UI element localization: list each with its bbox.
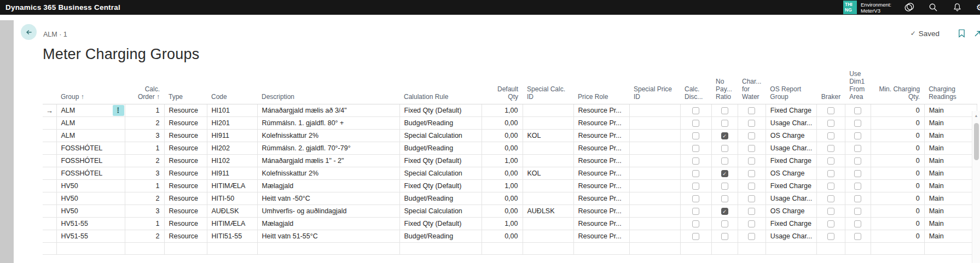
cell-type[interactable]: Resource	[164, 205, 207, 218]
cell-group[interactable]: FOSSHÓTEL	[56, 142, 125, 155]
cell-calc-order[interactable]: 2	[125, 230, 164, 243]
cell-special-calc-id[interactable]	[523, 104, 573, 117]
back-button[interactable]	[21, 24, 37, 40]
no-pay-ratio-checkbox[interactable]	[721, 145, 728, 152]
calc-disc-checkbox[interactable]	[692, 220, 699, 227]
cell-selector[interactable]	[43, 205, 56, 218]
column-header-calculation-rule[interactable]: Calulation Rule	[399, 70, 482, 104]
cell-calculation-rule[interactable]: Budget/Reading	[399, 142, 482, 155]
calc-disc-checkbox[interactable]	[692, 233, 699, 240]
use-dim1-from-area-checkbox[interactable]	[854, 107, 861, 114]
cell-description[interactable]: Mánaðargjald mælis að 3/4"	[257, 104, 399, 117]
cell-os-report-group[interactable]: OS Charge	[766, 130, 816, 142]
cell-default-qty[interactable]: 0,00	[482, 130, 523, 142]
cell-code[interactable]: HITIMÆLA	[207, 218, 257, 230]
cell-min-charging-qty[interactable]: 0	[871, 104, 924, 117]
braker-checkbox[interactable]	[827, 170, 834, 177]
cell-special-price-id[interactable]	[629, 167, 680, 180]
cell-special-calc-id[interactable]: KOL	[523, 167, 573, 180]
cell-os-report-group[interactable]: Usage Char...	[766, 142, 816, 155]
char-for-water-checkbox[interactable]	[748, 183, 755, 190]
cell-price-role[interactable]: Resource Pr...	[573, 167, 629, 180]
cell-group[interactable]: ALM	[56, 117, 125, 130]
calc-disc-checkbox[interactable]	[692, 183, 699, 190]
cell-calculation-rule[interactable]: Special Calculation	[399, 130, 482, 142]
cell-os-report-group[interactable]: Fixed Charge	[766, 218, 816, 230]
cell-charging-readings[interactable]: Main	[924, 142, 977, 155]
no-pay-ratio-checkbox[interactable]: ✓	[721, 170, 728, 177]
cell-charging-readings[interactable]: Main	[924, 155, 977, 167]
cell-calc-order[interactable]: 1	[125, 142, 164, 155]
cell-type[interactable]: Resource	[164, 230, 207, 243]
cell-selector[interactable]	[43, 155, 56, 167]
cell-description[interactable]: Mælagjald	[257, 180, 399, 192]
no-pay-ratio-checkbox[interactable]	[721, 107, 728, 114]
cell-default-qty[interactable]: 0,00	[482, 192, 523, 205]
cell-charging-readings[interactable]: Main	[924, 167, 977, 180]
cell-special-calc-id[interactable]	[523, 180, 573, 192]
cell-group[interactable]: FOSSHÓTEL	[56, 155, 125, 167]
cell-charging-readings[interactable]: Main	[924, 230, 977, 243]
braker-checkbox[interactable]	[827, 208, 834, 215]
cell-calc-order[interactable]: 2	[125, 155, 164, 167]
cell-code[interactable]: HI911	[207, 167, 257, 180]
column-header-no-pay-ratio[interactable]: No Pay... Ratio	[711, 70, 738, 104]
column-header-use-dim1-from-area[interactable]: Use Dim1 From Area	[845, 70, 871, 104]
column-header-min-charging-qty[interactable]: Min. Charging Qty.	[871, 70, 924, 104]
char-for-water-checkbox[interactable]	[748, 170, 755, 177]
cell-os-report-group[interactable]: Fixed Charge	[766, 104, 816, 117]
cell-code[interactable]: HI911	[207, 130, 257, 142]
cell-default-qty[interactable]: 1,00	[482, 180, 523, 192]
cell-price-role[interactable]: Resource Pr...	[573, 205, 629, 218]
char-for-water-checkbox[interactable]	[748, 120, 755, 127]
cell-os-report-group[interactable]: OS Charge	[766, 167, 816, 180]
cell-selector[interactable]	[43, 142, 56, 155]
cell-code[interactable]: HI201	[207, 117, 257, 130]
cell-calc-order[interactable]: 1	[125, 104, 164, 117]
cell-description[interactable]: Umhverfis- og auðlindagjald	[257, 205, 399, 218]
settings-gear-icon[interactable]: ⚙	[975, 2, 980, 13]
column-header-special-price-id[interactable]: Special Price ID	[629, 70, 680, 104]
cell-calc-order[interactable]: 3	[125, 205, 164, 218]
cell-default-qty[interactable]: 1,00	[482, 104, 523, 117]
column-header-description[interactable]: Description	[257, 70, 399, 104]
notifications-bell-icon[interactable]	[952, 2, 962, 13]
breadcrumb[interactable]: ALM · 1	[43, 31, 67, 38]
cell-group[interactable]: HV51-55	[56, 218, 125, 230]
scrollbar-up-arrow-icon[interactable]: ▲	[972, 111, 980, 118]
braker-checkbox[interactable]	[827, 120, 834, 127]
column-header-special-calc-id[interactable]: Special Calc. ID	[523, 70, 573, 104]
no-pay-ratio-checkbox[interactable]	[721, 157, 728, 165]
column-header-default-qty[interactable]: Default Qty	[482, 70, 523, 104]
column-header-charging-readings[interactable]: Charging Readings	[924, 70, 977, 104]
cell-selector[interactable]	[43, 117, 56, 130]
search-icon[interactable]	[927, 2, 938, 13]
app-title[interactable]: Dynamics 365 Business Central	[0, 3, 120, 11]
no-pay-ratio-checkbox[interactable]	[721, 233, 728, 240]
cell-special-calc-id[interactable]	[523, 218, 573, 230]
cell-calc-order[interactable]: 3	[125, 130, 164, 142]
cell-min-charging-qty[interactable]: 0	[871, 230, 924, 243]
cell-min-charging-qty[interactable]: 0	[871, 218, 924, 230]
char-for-water-checkbox[interactable]	[748, 145, 755, 152]
cell-price-role[interactable]: Resource Pr...	[573, 130, 629, 142]
cell-type[interactable]: Resource	[164, 117, 207, 130]
cell-price-role[interactable]: Resource Pr...	[573, 230, 629, 243]
braker-checkbox[interactable]	[827, 107, 834, 114]
cell-calc-order[interactable]: 1	[125, 180, 164, 192]
scrollbar-thumb[interactable]	[974, 123, 979, 160]
calc-disc-checkbox[interactable]	[692, 145, 699, 152]
cell-price-role[interactable]: Resource Pr...	[573, 192, 629, 205]
cell-calc-order[interactable]: 1	[125, 218, 164, 230]
cell-calculation-rule[interactable]: Budget/Reading	[399, 117, 482, 130]
column-header-group[interactable]: Group ↑	[56, 70, 125, 104]
cell-description[interactable]: Kolefnisskattur 2%	[257, 130, 399, 142]
cell-calculation-rule[interactable]: Fixed Qty (Default)	[399, 180, 482, 192]
cell-code[interactable]: HI102	[207, 155, 257, 167]
char-for-water-checkbox[interactable]	[748, 132, 755, 139]
cell-code[interactable]: HI202	[207, 142, 257, 155]
cell-selector[interactable]	[43, 192, 56, 205]
column-header-char-for-water[interactable]: Char... for Water	[738, 70, 766, 104]
use-dim1-from-area-checkbox[interactable]	[854, 195, 861, 202]
cell-charging-readings[interactable]: Main	[924, 218, 977, 230]
